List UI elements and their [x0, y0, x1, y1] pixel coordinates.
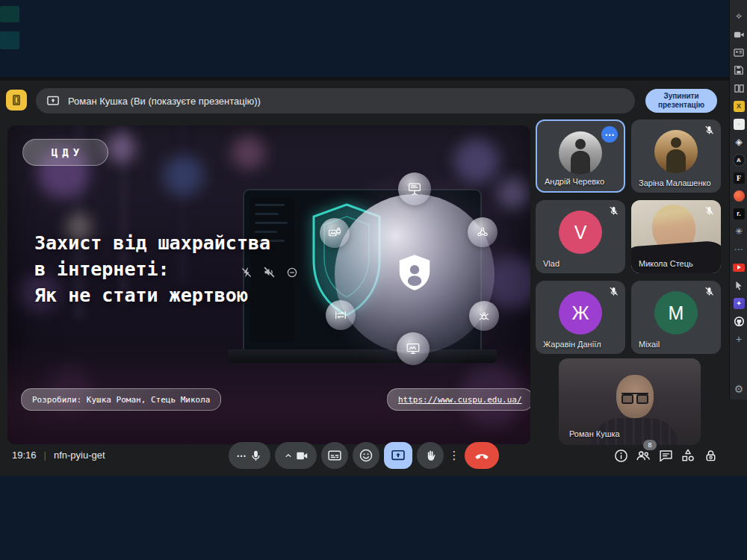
- slide-url: https://www.cuspu.edu.ua/: [387, 388, 530, 411]
- ext-diamond-icon[interactable]: ◈: [732, 135, 746, 149]
- participant-name: Роман Кушка: [569, 429, 620, 438]
- mic-off-icon: [704, 286, 715, 297]
- avatar: [559, 131, 602, 175]
- image-lock-icon: [320, 218, 350, 248]
- call-controls: ⋯ ⋮: [229, 442, 499, 469]
- presentation-board-icon: [398, 172, 431, 205]
- ext-red-icon[interactable]: [732, 189, 746, 202]
- participant-name: Mixail: [639, 340, 660, 349]
- participant-tile[interactable]: MMixail: [631, 281, 721, 354]
- camera-button[interactable]: [275, 442, 317, 469]
- self-video-glasses: [622, 393, 648, 402]
- ext-purple-icon[interactable]: ✦: [732, 296, 746, 310]
- desktop-shortcut[interactable]: [0, 31, 19, 49]
- overflow-icon[interactable]: ⋯: [732, 243, 746, 256]
- meet-window: Роман Кушка (Ви (показуєте презентацію))…: [0, 77, 747, 476]
- pointer-icon[interactable]: ✧: [732, 10, 746, 23]
- participant-tile[interactable]: VVlad: [536, 200, 625, 273]
- activities-icon: [680, 447, 696, 464]
- ext-wheel-icon[interactable]: ✳: [732, 225, 746, 238]
- chevron-up-icon: [283, 450, 294, 461]
- clock-time: 19:16: [12, 449, 37, 461]
- participant-tile[interactable]: Заріна Малашенко: [631, 119, 721, 193]
- avatar: M: [654, 291, 698, 335]
- avatar: V: [559, 211, 602, 254]
- bokeh-light: [163, 155, 204, 196]
- participant-name: Микола Стець: [639, 259, 693, 268]
- participant-name: Жаравін Даніїл: [543, 340, 601, 349]
- youtube-icon[interactable]: [732, 261, 746, 274]
- host-controls-button[interactable]: [702, 447, 719, 464]
- chat-button[interactable]: [657, 447, 674, 464]
- stop-presentation-button[interactable]: Зупинити презентацію: [645, 89, 717, 113]
- lock-icon: [703, 448, 719, 464]
- ext-f-icon[interactable]: F: [732, 171, 746, 184]
- participant-name: Заріна Малашенко: [639, 178, 711, 187]
- captions-icon: [327, 448, 342, 463]
- mic-off-icon: [608, 286, 619, 297]
- present-button-active[interactable]: [384, 442, 412, 469]
- participant-tile[interactable]: Микола Стець: [631, 200, 721, 273]
- slide-credits: Розробили: Кушка Роман, Стець Микола: [21, 388, 221, 411]
- desktop-shortcut[interactable]: [0, 6, 19, 22]
- mic-options-icon[interactable]: ⋯: [237, 450, 247, 461]
- reader-icon[interactable]: [732, 81, 746, 95]
- meeting-panels: 8: [613, 447, 719, 464]
- captions-button[interactable]: [321, 442, 348, 469]
- desktop: Роман Кушка (Ви (показуєте презентацію))…: [0, 0, 747, 560]
- github-icon[interactable]: [732, 314, 746, 328]
- mic-off-icon: [704, 125, 715, 136]
- contact-card-icon[interactable]: [732, 46, 746, 59]
- hand-icon: [424, 449, 438, 463]
- avatar: Ж: [559, 291, 602, 335]
- tile-menu-button[interactable]: ⋯: [601, 126, 618, 143]
- people-button[interactable]: 8: [635, 447, 651, 464]
- participant-tile[interactable]: ⋯Андрій Черевко: [536, 119, 625, 193]
- ext-yellow-icon[interactable]: X: [732, 99, 746, 113]
- mic-button[interactable]: ⋯: [229, 442, 270, 469]
- more-options-button[interactable]: ⋮: [448, 442, 460, 469]
- participant-name: Vlad: [543, 259, 560, 268]
- divider: |: [44, 449, 46, 461]
- bokeh-light: [232, 136, 265, 169]
- ext-white-icon[interactable]: ◦: [732, 117, 746, 131]
- swap-arrows-icon: [326, 300, 356, 330]
- present-icon: [391, 448, 406, 463]
- university-logo-pill: ЦДУ: [22, 139, 108, 166]
- bug-spider-icon: [469, 301, 499, 331]
- end-call-button[interactable]: [465, 442, 499, 469]
- ext-a-icon[interactable]: A: [732, 153, 746, 167]
- shared-presentation-slide: ЦДУ Захист від шахрайствав інтернеті:Як …: [7, 125, 530, 444]
- group-network-icon: [468, 217, 498, 247]
- desktop-band: [0, 476, 747, 560]
- ext-r-icon[interactable]: r.: [732, 207, 746, 220]
- slide-title: Захист від шахрайствав інтернеті:Як не с…: [34, 230, 270, 308]
- self-view-tile[interactable]: Роман Кушка: [559, 358, 701, 445]
- participant-tile[interactable]: ЖЖаравін Даніїл: [536, 281, 625, 354]
- info-button[interactable]: [613, 447, 629, 464]
- add-icon[interactable]: +: [732, 332, 746, 346]
- meeting-info: 19:16 | nfn-pyiu-get: [12, 449, 105, 461]
- bokeh-light: [497, 178, 528, 209]
- settings-gear-icon[interactable]: ⚙: [732, 382, 746, 396]
- cursor-icon[interactable]: [732, 279, 746, 292]
- minus-circle-icon: [286, 267, 298, 279]
- door-extension-icon[interactable]: [6, 90, 27, 111]
- meeting-code: nfn-pyiu-get: [54, 449, 105, 461]
- browser-sidebar: ✧X◦◈AFr.✳⋯✦+⚙: [729, 0, 747, 399]
- activities-button[interactable]: [680, 447, 696, 464]
- presenter-label: Роман Кушка (Ви (показуєте презентацію)): [68, 96, 261, 107]
- participants-grid: ⋯Андрій ЧеревкоЗаріна МалашенкоVVladМико…: [536, 119, 721, 354]
- presenter-chip[interactable]: Роман Кушка (Ви (показуєте презентацію)): [36, 88, 635, 113]
- info-icon: [613, 448, 629, 464]
- participant-name: Андрій Черевко: [545, 177, 604, 186]
- avatar: [654, 130, 698, 173]
- shield-person-icon: [391, 250, 438, 298]
- window-edge: [0, 77, 747, 81]
- camera-icon[interactable]: [732, 28, 746, 41]
- chat-icon: [658, 448, 674, 464]
- reactions-button[interactable]: [353, 442, 379, 469]
- mic-off-icon: [608, 205, 619, 217]
- raise-hand-button[interactable]: [417, 442, 444, 469]
- save-icon[interactable]: [732, 63, 746, 77]
